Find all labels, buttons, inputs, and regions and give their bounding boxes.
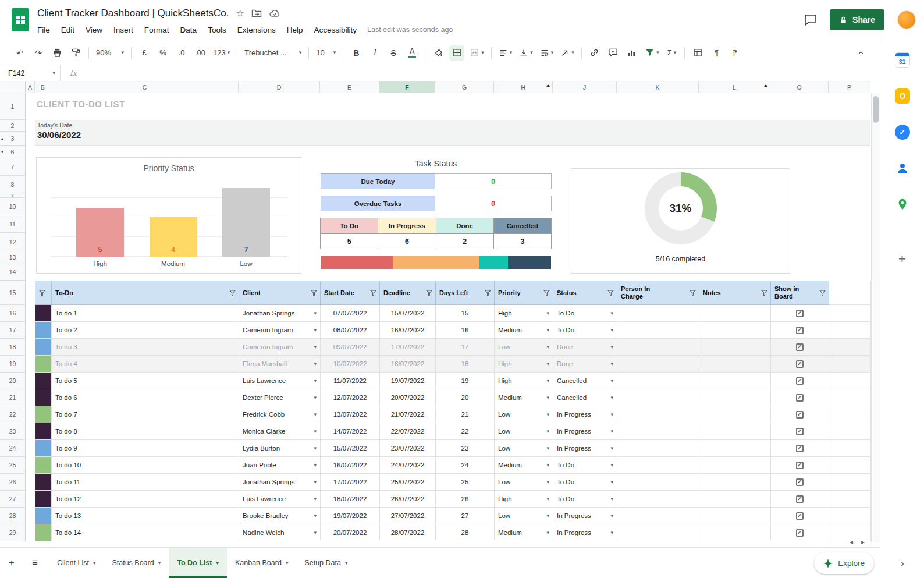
cloud-saved-icon[interactable]: [269, 8, 280, 19]
client-cell[interactable]: Jonathan Springs▾: [239, 474, 321, 491]
todo-cell[interactable]: To do 13: [52, 508, 239, 524]
show-in-board-cell[interactable]: ✓: [771, 373, 829, 389]
menu-item[interactable]: Extensions: [237, 26, 276, 34]
row-header[interactable]: 17: [0, 322, 26, 339]
days-left-cell[interactable]: 16: [436, 322, 495, 339]
show-in-board-cell[interactable]: ✓: [771, 305, 829, 322]
status-cell[interactable]: Cancelled▾: [553, 373, 617, 389]
dropdown-arrow-icon[interactable]: ▾: [610, 345, 613, 350]
row-color-swatch[interactable]: [35, 305, 52, 322]
menu-item[interactable]: File: [37, 26, 50, 34]
row-header[interactable]: 19: [0, 356, 26, 373]
horizontal-align-icon[interactable]: ▾: [497, 45, 514, 61]
name-box[interactable]: F142 ▾: [0, 65, 61, 81]
text-wrap-icon[interactable]: ▾: [538, 45, 556, 61]
maps-icon[interactable]: [895, 197, 910, 212]
person-in-charge-cell[interactable]: [617, 524, 699, 541]
client-cell[interactable]: Luis Lawrence▾: [239, 491, 321, 508]
client-cell[interactable]: Nadine Welch▾: [239, 524, 321, 541]
todo-cell[interactable]: To do 7: [52, 406, 239, 423]
checked-checkbox[interactable]: ✓: [796, 360, 804, 368]
show-in-board-cell[interactable]: ✓: [771, 440, 829, 457]
tab-menu-arrow-icon[interactable]: ▾: [158, 560, 161, 566]
sheet-tab[interactable]: Setup Data ▾: [296, 548, 356, 578]
start-date-cell[interactable]: 08/07/2022: [321, 322, 380, 339]
deadline-cell[interactable]: 18/07/2022: [380, 356, 436, 373]
todo-cell[interactable]: To do 14: [52, 524, 239, 541]
row-header[interactable]: 13: [0, 251, 26, 263]
row-header[interactable]: 24: [0, 440, 26, 457]
days-left-cell[interactable]: 20: [436, 389, 495, 406]
insert-chart-icon[interactable]: [624, 45, 639, 61]
client-cell[interactable]: Cameron Ingram▾: [239, 322, 321, 339]
hidden-columns-marker[interactable]: ◂▸: [763, 83, 767, 88]
dropdown-arrow-icon[interactable]: ▾: [546, 328, 549, 333]
column-header[interactable]: O: [770, 81, 829, 93]
start-date-cell[interactable]: 18/07/2022: [321, 491, 380, 508]
menu-item[interactable]: Format: [144, 26, 169, 34]
start-date-cell[interactable]: 10/07/2022: [321, 356, 380, 373]
checked-checkbox[interactable]: ✓: [796, 310, 804, 317]
dropdown-arrow-icon[interactable]: ▾: [546, 378, 549, 384]
show-in-board-cell[interactable]: ✓: [771, 524, 829, 541]
todo-cell[interactable]: To do 9: [52, 440, 239, 457]
dropdown-arrow-icon[interactable]: ▾: [546, 345, 549, 350]
empty-cell[interactable]: [829, 440, 871, 457]
notes-cell[interactable]: [699, 457, 771, 474]
header-status[interactable]: Status: [553, 281, 617, 305]
notes-cell[interactable]: [699, 524, 771, 541]
row-header[interactable]: 11: [0, 215, 26, 233]
row-header[interactable]: 2: [0, 120, 26, 132]
dropdown-arrow-icon[interactable]: ▾: [314, 328, 317, 333]
scroll-right-icon[interactable]: ▸: [861, 538, 865, 546]
decrease-decimal-button[interactable]: .0: [174, 45, 189, 61]
star-icon[interactable]: ☆: [236, 9, 244, 18]
text-color-button[interactable]: A: [404, 45, 420, 61]
dropdown-arrow-icon[interactable]: ▾: [610, 513, 613, 519]
todo-cell[interactable]: To do 2: [52, 322, 239, 339]
dropdown-arrow-icon[interactable]: ▾: [610, 328, 613, 333]
status-cell[interactable]: To Do▾: [553, 305, 617, 322]
scrollbar-thumb[interactable]: [873, 96, 879, 123]
person-in-charge-cell[interactable]: [617, 305, 699, 322]
row-header[interactable]: 15: [0, 281, 26, 305]
show-in-board-cell[interactable]: ✓: [771, 423, 829, 440]
row-header[interactable]: 8: [0, 176, 26, 193]
checked-checkbox[interactable]: ✓: [796, 411, 804, 419]
dropdown-arrow-icon[interactable]: ▾: [314, 463, 317, 468]
status-cell[interactable]: Done▾: [553, 339, 617, 356]
start-date-cell[interactable]: 15/07/2022: [321, 440, 380, 457]
sheet-tab[interactable]: Client List ▾: [49, 548, 104, 578]
calendar-icon[interactable]: 31: [895, 52, 910, 68]
show-in-board-cell[interactable]: ✓: [771, 491, 829, 508]
row-color-swatch[interactable]: [35, 356, 52, 373]
person-in-charge-cell[interactable]: [617, 406, 699, 423]
show-in-board-cell[interactable]: ✓: [771, 356, 829, 373]
status-header-cell[interactable]: In Progress: [378, 218, 436, 233]
dropdown-arrow-icon[interactable]: ▾: [314, 378, 317, 384]
status-cell[interactable]: Cancelled▾: [553, 389, 617, 406]
menu-item[interactable]: Help: [287, 26, 303, 34]
dropdown-arrow-icon[interactable]: ▾: [610, 378, 613, 384]
deadline-cell[interactable]: 22/07/2022: [380, 423, 436, 440]
notes-cell[interactable]: [699, 389, 771, 406]
person-in-charge-cell[interactable]: [617, 356, 699, 373]
merge-cells-icon[interactable]: ▾: [468, 45, 486, 61]
dropdown-arrow-icon[interactable]: ▾: [546, 513, 549, 519]
status-count-cell[interactable]: 5: [320, 233, 378, 249]
all-sheets-button[interactable]: ≡: [23, 548, 47, 578]
row-header[interactable]: 28: [0, 508, 26, 524]
dropdown-arrow-icon[interactable]: ▾: [314, 530, 317, 536]
priority-cell[interactable]: Low▾: [495, 339, 553, 356]
status-count-cell[interactable]: 2: [436, 233, 494, 249]
checked-checkbox[interactable]: ✓: [796, 529, 804, 537]
empty-cell[interactable]: [829, 389, 871, 406]
row-header[interactable]: 22: [0, 406, 26, 423]
dropdown-arrow-icon[interactable]: ▾: [610, 463, 613, 468]
days-left-cell[interactable]: 22: [436, 423, 495, 440]
column-header[interactable]: K: [617, 81, 699, 93]
todo-cell[interactable]: To do 1: [52, 305, 239, 322]
menu-item[interactable]: Insert: [113, 26, 133, 34]
status-cell[interactable]: To Do▾: [553, 491, 617, 508]
status-count-cell[interactable]: 6: [378, 233, 436, 249]
